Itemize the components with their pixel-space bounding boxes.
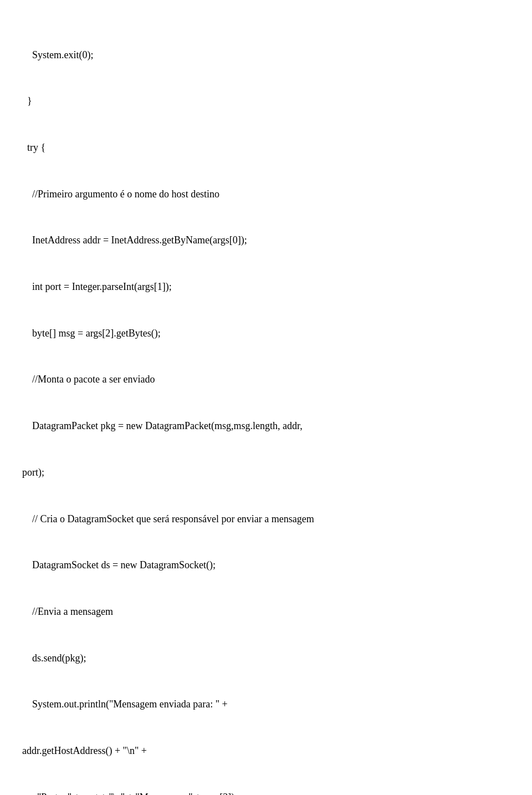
code-top-block: System.exit(0); } try { //Primeiro argum… bbox=[22, 17, 510, 795]
code-line: DatagramSocket ds = new DatagramSocket()… bbox=[22, 558, 510, 573]
code-line: InetAddress addr = InetAddress.getByName… bbox=[22, 233, 510, 248]
code-line: } bbox=[22, 94, 510, 109]
code-line: System.out.println("Mensagem enviada par… bbox=[22, 697, 510, 712]
code-line: try { bbox=[22, 140, 510, 156]
code-line: //Monta o pacote a ser enviado bbox=[22, 372, 510, 388]
code-line: addr.getHostAddress() + "\n" + bbox=[22, 743, 510, 759]
page-content: System.exit(0); } try { //Primeiro argum… bbox=[22, 17, 510, 795]
code-line: System.exit(0); bbox=[22, 48, 510, 63]
code-line: "Porta: " + port + "\n" + "Mensagem: " +… bbox=[22, 790, 510, 795]
code-line: // Cria o DatagramSocket que será respon… bbox=[22, 512, 510, 527]
code-line: //Envia a mensagem bbox=[22, 604, 510, 620]
code-line: byte[] msg = args[2].getBytes(); bbox=[22, 326, 510, 342]
code-line: port); bbox=[22, 465, 510, 481]
code-line: int port = Integer.parseInt(args[1]); bbox=[22, 279, 510, 295]
code-line: //Primeiro argumento é o nome do host de… bbox=[22, 187, 510, 202]
code-line: DatagramPacket pkg = new DatagramPacket(… bbox=[22, 419, 510, 434]
code-line: ds.send(pkg); bbox=[22, 651, 510, 666]
